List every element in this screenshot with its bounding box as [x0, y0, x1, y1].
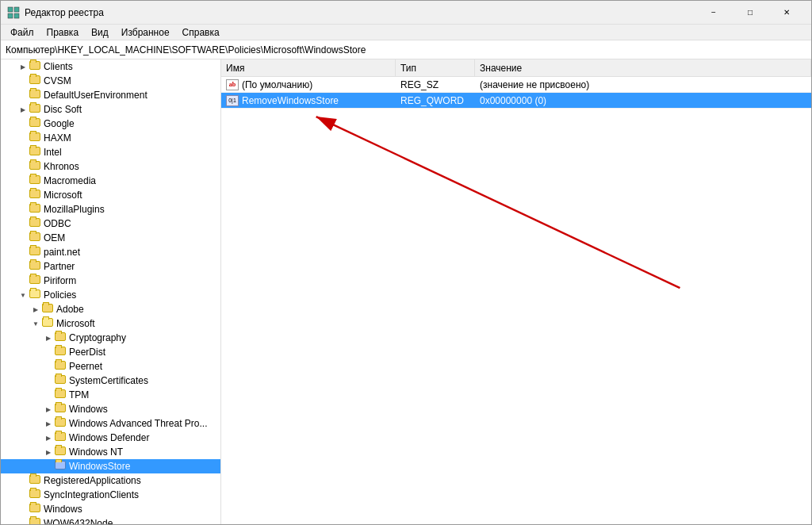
registry-editor-window: Редактор реестра − □ ✕ Файл Правка Вид И… — [0, 0, 812, 525]
expand-icon: ▶ — [42, 417, 55, 430]
folder-icon — [29, 204, 42, 215]
table-row[interactable]: ab (По умолчанию) REG_SZ (значение не пр… — [221, 77, 811, 93]
col-header-type[interactable]: Тип — [396, 59, 475, 76]
tree-item-label: Windows — [69, 404, 108, 415]
tree-item-windowsdefender[interactable]: ▶ Windows Defender — [1, 431, 220, 445]
tree-item-partner[interactable]: Partner — [1, 259, 220, 274]
folder-icon — [29, 175, 42, 186]
table-row-removewindowsstore[interactable]: 0|1 RemoveWindowsStore REG_QWORD 0x00000… — [221, 93, 811, 109]
close-button[interactable]: ✕ — [768, 1, 805, 25]
cell-type: REG_QWORD — [396, 95, 475, 106]
menu-help[interactable]: Справка — [176, 25, 226, 40]
tree-item-label: Adobe — [56, 304, 84, 315]
col-header-name[interactable]: Имя — [221, 59, 396, 76]
address-path: Компьютер\HKEY_LOCAL_MACHINE\SOFTWARE\Po… — [6, 44, 366, 56]
tree-item-macromedia[interactable]: Macromedia — [1, 174, 220, 188]
cell-value: 0x00000000 (0) — [475, 95, 811, 106]
folder-icon — [29, 132, 42, 144]
tree-item-label: Windows Defender — [69, 432, 149, 443]
folder-icon — [29, 61, 42, 72]
menu-edit[interactable]: Правка — [40, 25, 86, 40]
expand-icon — [17, 274, 29, 287]
tree-item-tpm[interactable]: TPM — [1, 388, 220, 402]
tree-item-intel[interactable]: Intel — [1, 145, 220, 159]
expand-icon — [17, 246, 29, 259]
tree-item-label: WOW6432Node — [44, 518, 113, 524]
expand-icon — [42, 346, 55, 358]
folder-icon — [55, 389, 67, 400]
reg-sz-icon: ab — [226, 79, 239, 90]
folder-icon — [29, 261, 42, 272]
minimize-button[interactable]: − — [695, 1, 732, 25]
tree-item-windows-sub[interactable]: ▶ Windows — [1, 402, 220, 416]
menu-view[interactable]: Вид — [85, 25, 115, 40]
tree-item-label: Windows — [44, 504, 82, 515]
tree-item-odbc[interactable]: ODBC — [1, 217, 220, 231]
tree-item-systemcertificates[interactable]: SystemCertificates — [1, 374, 220, 388]
tree-item-discsoft[interactable]: ▶ Disc Soft — [1, 102, 220, 117]
tree-item-haxm[interactable]: HAXM — [1, 131, 220, 145]
expand-icon — [17, 189, 29, 201]
tree-item-wow6432[interactable]: WOW6432Node — [1, 516, 220, 524]
expand-icon: ▶ — [17, 60, 29, 73]
folder-icon — [29, 475, 42, 486]
tree-item-label: Clients — [44, 61, 73, 72]
tree-item-khronos[interactable]: Khronos — [1, 159, 220, 174]
folder-icon — [29, 218, 42, 229]
tree-item-windowsstore[interactable]: WindowsStore — [1, 459, 220, 473]
tree-item-policies[interactable]: ▼ Policies — [1, 288, 220, 302]
tree-item-cvsm[interactable]: CVSM — [1, 74, 220, 88]
address-bar: Компьютер\HKEY_LOCAL_MACHINE\SOFTWARE\Po… — [1, 40, 811, 59]
tree-item-microsoft-policies[interactable]: ▼ Microsoft — [1, 316, 220, 331]
tree-item-piriform[interactable]: Piriform — [1, 274, 220, 288]
menu-file[interactable]: Файл — [4, 25, 40, 40]
tree-item-microsoft-top[interactable]: Microsoft — [1, 188, 220, 202]
expand-icon — [17, 146, 29, 159]
tree-item-label: Piriform — [44, 275, 76, 286]
expand-icon — [17, 503, 29, 515]
tree-item-windowsnt[interactable]: ▶ Windows NT — [1, 445, 220, 459]
tree-item-defaultuserenv[interactable]: DefaultUserEnvironment — [1, 88, 220, 102]
tree-item-label: RegisteredApplications — [44, 475, 141, 486]
tree-item-windowsadvancedthreat[interactable]: ▶ Windows Advanced Threat Pro... — [1, 416, 220, 431]
app-icon — [7, 6, 20, 19]
menu-favorites[interactable]: Избранное — [115, 25, 176, 40]
cell-value: (значение не присвоено) — [475, 79, 811, 90]
expand-icon — [17, 232, 29, 244]
tree-item-label: Microsoft — [44, 190, 82, 201]
tree-item-cryptography[interactable]: ▶ Cryptography — [1, 331, 220, 345]
tree-item-label: PeerDist — [69, 347, 105, 358]
tree-item-syncintegration[interactable]: SyncIntegrationClients — [1, 488, 220, 502]
tree-item-clients[interactable]: ▶ Clients — [1, 59, 220, 74]
tree-item-peernet[interactable]: Peernet — [1, 359, 220, 374]
tree-item-oem[interactable]: OEM — [1, 231, 220, 245]
tree-panel[interactable]: ▶ Clients CVSM DefaultUserEnvironment ▶ — [1, 59, 221, 524]
tree-item-label: Google — [44, 118, 75, 129]
tree-item-label: Disc Soft — [44, 104, 82, 115]
tree-item-peerdist[interactable]: PeerDist — [1, 345, 220, 359]
tree-item-label: Macromedia — [44, 175, 96, 186]
folder-icon — [55, 332, 67, 343]
folder-icon — [55, 361, 67, 372]
col-header-value[interactable]: Значение — [475, 59, 811, 76]
expand-icon — [17, 203, 29, 216]
tree-item-label: HAXM — [44, 132, 71, 144]
cell-name: 0|1 RemoveWindowsStore — [221, 95, 396, 106]
table-body: ab (По умолчанию) REG_SZ (значение не пр… — [221, 77, 811, 524]
expand-icon — [17, 117, 29, 130]
tree-item-label: Windows NT — [69, 446, 123, 458]
tree-item-label: OEM — [44, 232, 65, 243]
title-bar: Редактор реестра − □ ✕ — [1, 1, 811, 25]
expand-icon — [42, 460, 55, 473]
tree-item-registeredapps[interactable]: RegisteredApplications — [1, 473, 220, 488]
tree-item-adobe[interactable]: ▶ Adobe — [1, 302, 220, 316]
tree-item-mozillaplugins[interactable]: MozillaPlugins — [1, 202, 220, 217]
tree-item-paintnet[interactable]: paint.net — [1, 245, 220, 259]
tree-item-label: Microsoft — [56, 318, 95, 329]
tree-item-windows-top[interactable]: Windows — [1, 502, 220, 516]
folder-icon — [55, 347, 67, 358]
tree-item-google[interactable]: Google — [1, 117, 220, 131]
expand-icon — [17, 75, 29, 87]
maximize-button[interactable]: □ — [732, 1, 768, 25]
tree-item-label: Intel — [44, 147, 62, 158]
